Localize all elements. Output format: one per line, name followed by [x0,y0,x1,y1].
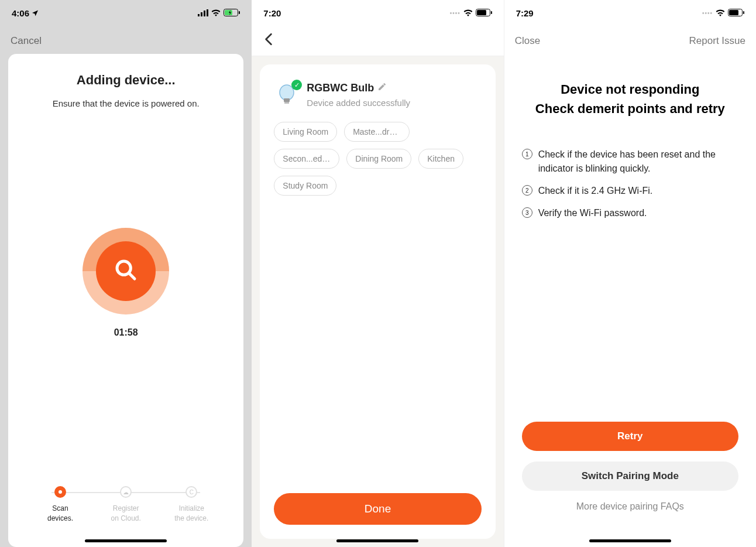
close-button[interactable]: Close [515,35,540,47]
edit-icon[interactable] [377,82,387,94]
svg-point-9 [59,490,62,494]
check-text: Check if it is 2.4 GHz Wi-Fi. [538,184,653,198]
home-indicator[interactable] [589,539,671,542]
room-chip[interactable]: Dining Room [346,149,411,169]
room-list: Living Room Maste...droom Secon...edroom… [274,122,481,196]
screen-device-not-responding: 7:29 •••• Close Report Issue Device not … [504,0,756,547]
status-time: 4:06 [12,8,29,18]
room-chip[interactable]: Living Room [274,122,337,142]
step-label: Register on Cloud. [111,504,140,524]
pairing-faq-link[interactable]: More device pairing FAQs [522,501,738,512]
retry-button[interactable]: Retry [522,422,738,451]
step-scan: Scan devices. [34,486,87,524]
cloud-icon: ☁ [123,489,129,495]
room-chip[interactable]: Study Room [274,176,336,196]
svg-rect-5 [225,10,232,15]
svg-rect-6 [239,11,240,14]
init-icon: C [190,489,194,495]
svg-rect-17 [729,10,738,15]
check-text: Verify the Wi-Fi password. [538,206,647,220]
device-added-message: Device added successfully [307,98,481,108]
status-bar: 7:20 •••• [252,0,503,26]
error-title-line1: Device not responding [522,80,738,99]
error-title-line2: Check demerit points and retry [522,99,738,118]
home-indicator[interactable] [336,539,418,542]
cancel-button[interactable]: Cancel [11,35,42,46]
wifi-icon [211,8,221,18]
switch-pairing-button[interactable]: Switch Pairing Mode [522,461,738,491]
signal-icon: •••• [450,10,461,16]
step-register: ☁ Register on Cloud. [99,486,152,524]
check-badge-icon: ✓ [291,80,302,90]
svg-rect-14 [284,98,290,102]
status-bar: 7:29 •••• [504,0,756,26]
status-bar: 4:06 [0,0,252,26]
battery-icon [476,8,492,18]
battery-icon [728,8,744,18]
room-chip[interactable]: Secon...edroom [274,149,339,169]
back-button[interactable] [260,29,277,52]
location-icon [29,8,39,18]
svg-rect-0 [198,14,200,16]
bulb-icon: ✓ [274,82,300,108]
error-title: Device not responding Check demerit poin… [522,80,738,118]
check-item: 2 Check if it is 2.4 GHz Wi-Fi. [522,184,738,198]
svg-rect-12 [491,11,492,14]
check-text: Check if the device has been reset and t… [538,148,738,176]
device-name: RGBWC Bulb [307,82,374,94]
svg-rect-1 [201,12,202,16]
check-number-icon: 1 [522,149,532,159]
done-button[interactable]: Done [274,493,481,525]
report-issue-button[interactable]: Report Issue [689,35,745,47]
svg-rect-11 [477,10,486,15]
progress-steps: Scan devices. ☁ Register on Cloud. C Ini… [21,486,231,524]
room-chip[interactable]: Maste...droom [344,122,410,142]
signal-icon [198,8,208,18]
home-indicator[interactable] [85,539,167,542]
checklist: 1 Check if the device has been reset and… [522,148,738,228]
svg-line-8 [129,273,135,279]
screen-adding-device: 4:06 Cancel Adding device... En [0,0,252,547]
check-item: 3 Verify the Wi-Fi password. [522,206,738,220]
wifi-icon [716,8,725,18]
status-time: 7:20 [263,8,281,18]
scan-spinner [83,228,169,314]
check-number-icon: 3 [522,207,532,218]
status-time: 7:29 [516,8,534,18]
signal-icon: •••• [702,10,713,16]
countdown-timer: 01:58 [114,327,138,338]
svg-rect-18 [743,11,744,14]
screen-device-added: 7:20 •••• ✓ [252,0,504,547]
battery-icon [224,8,240,18]
wifi-icon [463,8,473,18]
check-number-icon: 2 [522,185,532,196]
step-initialize: C Initialize the device. [165,486,218,524]
search-icon [114,258,138,284]
room-chip[interactable]: Kitchen [418,149,463,169]
svg-rect-3 [207,9,208,16]
svg-rect-2 [204,11,205,16]
step-label: Initialize the device. [174,504,208,524]
step-label: Scan devices. [47,504,73,524]
check-item: 1 Check if the device has been reset and… [522,148,738,176]
svg-rect-15 [284,102,289,104]
